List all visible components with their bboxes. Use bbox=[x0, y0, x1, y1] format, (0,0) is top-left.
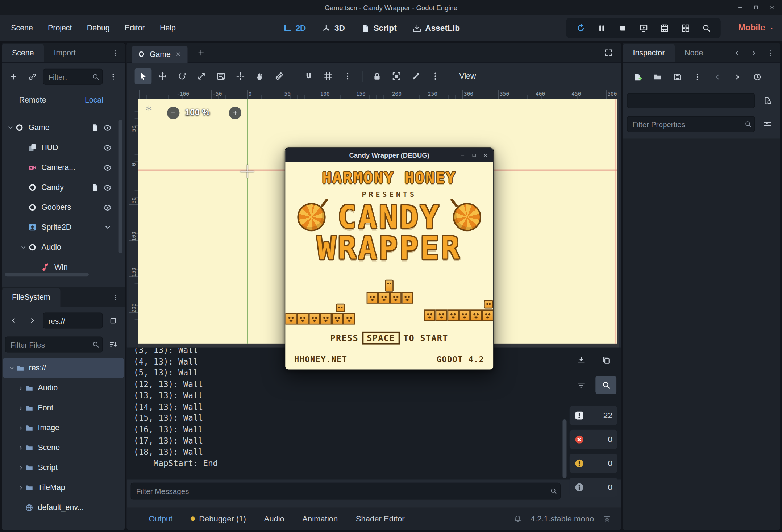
script-icon[interactable] bbox=[91, 124, 99, 132]
pan-tool-button[interactable] bbox=[251, 68, 269, 84]
expander-icon[interactable] bbox=[19, 244, 28, 251]
visibility-toggle[interactable] bbox=[103, 163, 112, 172]
game-minimize-button[interactable] bbox=[460, 152, 465, 158]
visibility-toggle[interactable] bbox=[103, 144, 112, 152]
inspector-file-plus-button[interactable] bbox=[629, 69, 646, 85]
distraction-free-button[interactable] bbox=[600, 45, 617, 61]
expand-bottom-panel-button[interactable] bbox=[600, 511, 614, 527]
scenedock-dots-v-button[interactable] bbox=[108, 45, 122, 60]
scene-tab-game[interactable]: Game bbox=[132, 46, 187, 63]
fs-filter-input[interactable] bbox=[5, 337, 103, 353]
scene-node-goobers[interactable]: Goobers bbox=[2, 198, 125, 217]
rotate-tool-button[interactable] bbox=[174, 68, 191, 84]
fs-split-mode-button[interactable] bbox=[105, 313, 122, 329]
output-list-collapse-button[interactable] bbox=[570, 376, 591, 394]
inspector-history-button[interactable] bbox=[749, 69, 766, 85]
minimize-button[interactable] bbox=[737, 4, 743, 11]
pause-button[interactable] bbox=[592, 20, 611, 36]
insp-tab-inspector[interactable]: Inspector bbox=[623, 44, 675, 62]
scenedock-tab-scene[interactable]: Scene bbox=[2, 44, 44, 62]
expander-icon[interactable] bbox=[16, 404, 25, 411]
output-copy-button[interactable] bbox=[595, 351, 616, 369]
fs-item-defaultenv[interactable]: default_env... bbox=[2, 498, 125, 518]
menu-editor[interactable]: Editor bbox=[118, 20, 152, 37]
scene-tree-hscrollbar[interactable] bbox=[5, 273, 89, 277]
inspector-folder-button[interactable] bbox=[649, 69, 666, 85]
scenedock-tab-import[interactable]: Import bbox=[44, 44, 86, 62]
bottom-tab-debugger1[interactable]: Debugger (1) bbox=[184, 510, 253, 527]
expander-icon[interactable] bbox=[16, 484, 25, 491]
output-filter-input[interactable] bbox=[131, 483, 561, 500]
fs-item-font[interactable]: Font bbox=[2, 398, 125, 418]
menu-scene[interactable]: Scene bbox=[4, 20, 40, 37]
bottom-tab-output[interactable]: Output bbox=[142, 510, 180, 527]
remote-button[interactable]: Remote bbox=[2, 91, 63, 109]
menu-help[interactable]: Help bbox=[153, 20, 183, 37]
insp-dots-v-button[interactable] bbox=[763, 45, 778, 60]
fs-item-res[interactable]: res:// bbox=[3, 358, 124, 378]
monitor-play-button[interactable] bbox=[634, 20, 653, 36]
game-debug-window[interactable]: Candy Wrapper (DEBUG) HARMONY HONEY PRES… bbox=[285, 147, 494, 370]
scene-node-game[interactable]: Game bbox=[2, 118, 125, 138]
game-maximize-button[interactable] bbox=[471, 152, 477, 158]
message-count-all[interactable]: 22 bbox=[570, 406, 617, 425]
magnifier-button[interactable] bbox=[697, 20, 716, 36]
inspector-filter-input[interactable] bbox=[627, 116, 755, 132]
game-close-button[interactable] bbox=[483, 152, 488, 158]
zoom-out-button[interactable] bbox=[167, 107, 179, 119]
scene-node-audio[interactable]: Audio bbox=[2, 237, 125, 257]
pivot-tool-button[interactable] bbox=[232, 68, 249, 84]
snap-tool-button[interactable] bbox=[300, 68, 317, 84]
close-icon[interactable] bbox=[175, 51, 182, 57]
inspector-chev-right-button[interactable] bbox=[729, 69, 746, 85]
chevron-down-icon[interactable] bbox=[104, 223, 112, 231]
film-button[interactable] bbox=[655, 20, 674, 36]
mode-assetlib[interactable]: AssetLib bbox=[413, 23, 460, 33]
scene-node-candy[interactable]: Candy bbox=[2, 178, 125, 198]
renderer-dropdown[interactable]: Mobile bbox=[738, 18, 775, 38]
output-download-tray-button[interactable] bbox=[570, 351, 591, 369]
expander-icon[interactable] bbox=[16, 464, 25, 471]
skeleton-tool-button[interactable] bbox=[427, 68, 444, 84]
fs-dots-v-button[interactable] bbox=[108, 290, 122, 304]
lock-tool-button[interactable] bbox=[369, 68, 386, 84]
fs-item-audio[interactable]: Audio bbox=[2, 378, 125, 398]
bottom-tab-audio[interactable]: Audio bbox=[257, 510, 291, 527]
menu-project[interactable]: Project bbox=[41, 20, 79, 37]
instantiate-scene-button[interactable] bbox=[24, 69, 41, 85]
scene-node-sprite2d[interactable]: Sprite2D bbox=[2, 217, 125, 237]
expander-icon[interactable] bbox=[16, 424, 25, 431]
insp-chev-right-button[interactable] bbox=[746, 45, 761, 60]
scene-dock-menu-button[interactable] bbox=[105, 69, 122, 85]
visibility-toggle[interactable] bbox=[103, 203, 112, 212]
maximize-button[interactable] bbox=[753, 4, 759, 11]
mode-3d[interactable]: 3D bbox=[322, 23, 345, 33]
bone-tool-button[interactable] bbox=[407, 68, 424, 84]
object-name-field[interactable] bbox=[627, 93, 755, 108]
output-scrollbar[interactable] bbox=[562, 419, 566, 478]
group-tool-button[interactable] bbox=[388, 68, 405, 84]
move-tool-button[interactable] bbox=[154, 68, 171, 84]
local-button[interactable]: Local bbox=[63, 91, 125, 109]
fs-tab-filesystem[interactable]: FileSystem bbox=[2, 288, 61, 307]
inspector-chev-left-button[interactable] bbox=[709, 69, 726, 85]
list-select-tool-button[interactable] bbox=[212, 68, 229, 84]
inspector-save-button[interactable] bbox=[669, 69, 686, 85]
game-window-titlebar[interactable]: Candy Wrapper (DEBUG) bbox=[285, 148, 493, 162]
scale-tool-button[interactable] bbox=[193, 68, 210, 84]
bottom-tab-animation[interactable]: Animation bbox=[295, 510, 345, 527]
visibility-toggle[interactable] bbox=[103, 183, 112, 192]
sync-button[interactable] bbox=[571, 20, 590, 36]
mode-2d[interactable]: 2D bbox=[283, 23, 306, 33]
dots-v-tool-button[interactable] bbox=[339, 68, 356, 84]
expander-icon[interactable] bbox=[6, 124, 15, 131]
ruler-tool-button[interactable] bbox=[271, 68, 288, 84]
menu-debug[interactable]: Debug bbox=[80, 20, 116, 37]
expander-icon[interactable] bbox=[7, 365, 16, 371]
select-tool-button[interactable] bbox=[135, 68, 152, 84]
fs-item-tilemap[interactable]: TileMap bbox=[2, 478, 125, 498]
zoom-level[interactable]: 100 % bbox=[185, 107, 210, 118]
fs-item-image[interactable]: Image bbox=[2, 418, 125, 438]
script-icon[interactable] bbox=[91, 183, 99, 191]
insp-tab-node[interactable]: Node bbox=[675, 44, 713, 62]
